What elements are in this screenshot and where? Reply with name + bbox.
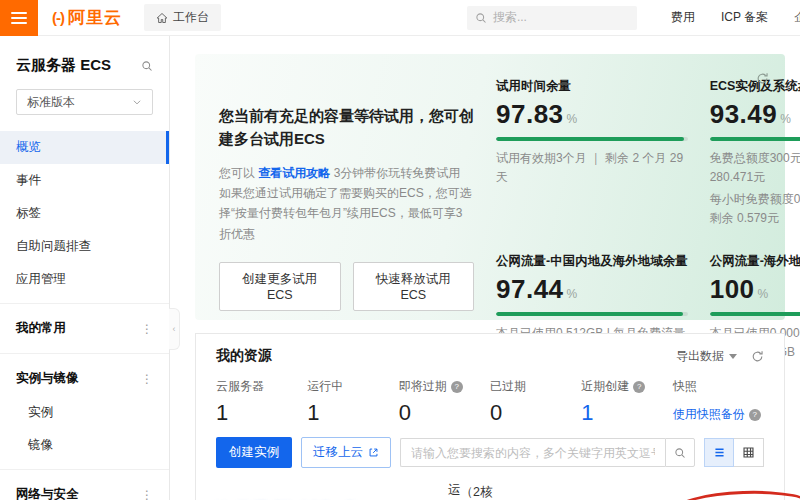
sidebar-item-troubleshooting[interactable]: 自助问题排查 [0,230,169,263]
col-label: 近期创建 [581,378,629,395]
search-icon [674,447,686,459]
instance-search-button[interactable] [665,438,695,467]
sidebar-item-images[interactable]: 镜像 [0,429,169,462]
release-trial-ecs-button[interactable]: 快速释放试用ECS [353,262,475,311]
search-icon [475,12,487,24]
trial-buttons: 创建更多试用ECS 快速释放试用ECS [219,262,474,311]
sidebar-item-app-management[interactable]: 应用管理 [0,263,169,296]
col-label: 已过期 [490,378,526,395]
trial-desc-prefix: 您可以 [219,166,258,180]
main-content: 您当前有充足的容量等待试用，您可创建多台试用ECS 您可以 查看试用攻略 3分钟… [170,36,800,500]
more-vertical-icon[interactable]: ⋮ [141,488,153,500]
sidebar-group-label: 网络与安全 [16,486,79,500]
migrate-label: 迁移上云 [313,444,363,461]
topbar: (-) 阿里云 工作台 搜索... 费用 ICP 备案 企 [0,0,800,36]
more-vertical-icon[interactable]: ⋮ [141,372,153,386]
export-data-dropdown[interactable]: 导出数据 [676,348,737,365]
col-value: 0 [399,400,490,426]
sidebar-divider [0,469,169,470]
sidebar-group-label: 实例与镜像 [16,370,79,387]
info-icon[interactable]: ? [633,381,645,393]
grid-view-icon [742,446,755,459]
progress-bar [710,137,800,141]
sidebar-divider [0,353,169,354]
list-view-button[interactable] [704,438,734,467]
stat-value: 100 [710,274,755,304]
snapshot-link-label: 使用快照备份 [673,406,745,423]
col-expired[interactable]: 已过期 0 [490,378,581,426]
sidebar-group-network-security[interactable]: 网络与安全 ⋮ [0,477,169,500]
view-toggle-group [704,438,764,467]
grid-view-button[interactable] [734,438,764,467]
stat-detail: 免费总额度300元 ｜ 剩余280.471元 [710,149,800,186]
version-select-value: 标准版本 [27,94,75,111]
resources-refresh-icon[interactable] [751,350,764,363]
sidebar-item-overview[interactable]: 概览 [0,131,169,164]
col-snapshot: 快照 使用快照备份? [673,378,764,426]
stat-detail: 每小时免费额度0.833元 ｜ 剩余 0.579元 [710,190,800,227]
sidebar-divider [0,303,169,304]
aliyun-logo[interactable]: (-) 阿里云 [52,6,122,29]
instance-status: 运行中 （2核(vCPU) 4GiB） [448,482,501,500]
sidebar-group-instances-images[interactable]: 实例与镜像 ⋮ [0,361,169,396]
red-circle-annotation [673,488,800,500]
col-running[interactable]: 运行中 1 [307,378,398,426]
col-label: 运行中 [307,378,343,395]
trial-stats-grid: 试用时间余量 97.83% 试用有效期3个月 ｜ 剩余 2 个月 29 天 EC… [474,76,800,320]
aliyun-logo-text: 阿里云 [68,6,122,29]
refresh-icon[interactable] [756,72,769,85]
info-icon[interactable]: ? [749,409,761,421]
resource-summary-row: 云服务器 1 运行中 1 即将过期? 0 已过期 0 近期创建? 1 [216,378,764,426]
col-value: 0 [490,400,581,426]
product-title: 云服务器 ECS [16,56,111,75]
aliyun-logo-mark: (-) [52,9,64,26]
topbar-links: 费用 ICP 备案 [671,9,768,26]
col-value: 1 [581,400,672,426]
instance-filter [400,438,695,467]
progress-bar [496,137,688,141]
stat-value: 97.83 [496,99,564,129]
sidebar-group-favorites[interactable]: 我的常用 ⋮ [0,311,169,346]
icp-link[interactable]: ICP 备案 [721,9,768,26]
version-select[interactable]: 标准版本 [16,89,153,115]
sidebar-item-instances[interactable]: 实例 [0,396,169,429]
col-cloud-servers[interactable]: 云服务器 1 [216,378,307,426]
external-link-icon [368,447,379,458]
migrate-to-cloud-button[interactable]: 迁移上云 [301,437,391,468]
chevron-down-icon [132,97,142,107]
global-search-placeholder: 搜索... [493,9,527,26]
create-more-trial-ecs-button[interactable]: 创建更多试用ECS [219,262,341,311]
progress-bar [496,312,688,316]
stat-detail: 试用有效期3个月 ｜ 剩余 2 个月 29 天 [496,149,688,186]
my-resources-title: 我的资源 [216,347,272,365]
sidebar-item-events[interactable]: 事件 [0,164,169,197]
create-instance-button[interactable]: 创建实例 [216,437,292,468]
clipped-topbar-link[interactable]: 企 [794,9,800,26]
instance-search-input[interactable] [400,438,665,467]
stat-value: 97.44 [496,274,564,304]
stat-label: 公网流量-中国内地及海外地域余量 [496,253,688,270]
sidebar-collapse-handle[interactable]: ‹ [169,308,180,350]
trial-message-block: 您当前有充足的容量等待试用，您可创建多台试用ECS 您可以 查看试用攻略 3分钟… [219,76,474,320]
col-recently-created[interactable]: 近期创建? 1 [581,378,672,426]
stat-ecs-quota: ECS实例及系统盘试用余量 93.49% 免费总额度300元 ｜ 剩余280.4… [710,78,800,227]
info-icon[interactable]: ? [451,381,463,393]
my-resources-panel: 我的资源 导出数据 云服务器 1 运行中 [195,333,785,500]
use-snapshot-backup-link[interactable]: 使用快照备份? [673,406,764,423]
hamburger-menu-button[interactable] [0,0,38,36]
trial-overview-panel: 您当前有充足的容量等待试用，您可创建多台试用ECS 您可以 查看试用攻略 3分钟… [195,54,785,320]
sidebar-item-tags[interactable]: 标签 [0,197,169,230]
caret-down-icon [729,354,737,359]
list-view-icon [713,446,726,459]
global-search-input[interactable]: 搜索... [467,6,637,30]
sidebar-search-icon[interactable] [141,60,153,72]
billing-link[interactable]: 费用 [671,9,695,26]
trial-guide-link[interactable]: 查看试用攻略 [258,166,330,180]
trial-desc-line2: 如果您通过试用确定了需要购买的ECS，您可选择“按量付费转包年包月”续用ECS，… [219,186,472,241]
sidebar-title-row: 云服务器 ECS [0,56,169,75]
col-label: 即将过期 [399,378,447,395]
workbench-button[interactable]: 工作台 [144,4,221,31]
col-value: 1 [216,400,307,426]
more-vertical-icon[interactable]: ⋮ [141,322,153,336]
col-expiring-soon[interactable]: 即将过期? 0 [399,378,490,426]
